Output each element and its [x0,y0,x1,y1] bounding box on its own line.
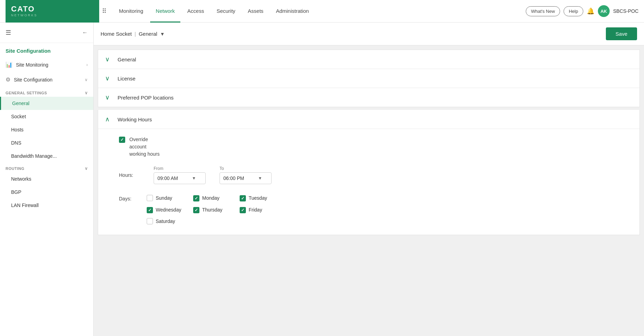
sunday-checkbox[interactable] [147,195,153,201]
content-body: ∨ General ∨ License ∨ Preferred POP loca… [94,45,644,239]
days-line-2: Wednesday Thursday Friday [147,206,278,213]
from-time-group: From 09:00 AM ▼ [154,166,206,184]
accordion-working-hours-toggle-icon: ∧ [105,115,112,123]
nav-monitoring[interactable]: Monitoring [113,0,149,23]
wednesday-label: Wednesday [156,207,181,213]
sidebar-leaf-bandwidth[interactable]: Bandwidth Manage... [0,149,93,163]
saturday-label: Saturday [156,218,175,224]
working-hours-content: Overrideaccountworking hours Hours: From… [98,129,639,235]
accordion-license-toggle-icon: ∨ [105,75,112,82]
breadcrumb-separator: | [135,31,136,37]
accordion-pop-header[interactable]: ∨ Preferred POP locations [98,88,639,107]
chevron-right-icon: › [86,62,88,67]
accordion-general: ∨ General ∨ License ∨ Preferred POP loca… [98,50,640,107]
from-time-select[interactable]: 09:00 AM ▼ [154,172,206,184]
site-monitoring-label: Site Monitoring [16,62,48,68]
breadcrumb-dropdown-icon[interactable]: ▼ [160,31,165,37]
nav-assets[interactable]: Assets [242,0,269,23]
day-monday: Monday [193,195,231,201]
accordion-general-header[interactable]: ∨ General [98,50,639,69]
accordion-general-toggle-icon: ∨ [105,55,112,63]
sidebar-header: ☰ ← [0,23,93,43]
hours-row: Hours: From 09:00 AM ▼ To [119,166,629,184]
help-button[interactable]: Help [564,6,583,16]
friday-label: Friday [249,207,262,213]
accordion-license-label: License [118,76,136,81]
from-label: From [154,166,206,171]
save-button[interactable]: Save [606,27,637,40]
to-time-value: 06:00 PM [223,175,244,181]
tuesday-checkbox[interactable] [240,195,246,201]
from-time-value: 09:00 AM [157,175,178,181]
content-header: Home Socket | General ▼ Save [94,23,644,45]
site-config-icon: ⚙ [6,76,10,83]
nav-right: What's New Help 🔔 AK SBCS-POC [526,5,638,17]
wednesday-checkbox[interactable] [147,207,153,213]
day-friday: Friday [240,206,278,213]
monday-checkbox[interactable] [193,195,199,201]
logo-text: CATO [11,5,37,13]
breadcrumb-section: General [139,31,157,37]
hamburger-icon[interactable]: ☰ [6,29,11,36]
friday-checkbox[interactable] [240,207,246,213]
accordion-working-hours-label: Working Hours [118,117,152,122]
monday-label: Monday [202,195,220,201]
thursday-label: Thursday [202,207,222,213]
general-settings-section[interactable]: GENERAL SETTINGS ∨ [0,87,93,97]
routing-section[interactable]: ROUTING ∨ [0,163,93,172]
notification-bell-icon[interactable]: 🔔 [587,7,594,15]
sidebar-leaf-bgp[interactable]: BGP [0,186,93,199]
sidebar-leaf-networks[interactable]: Networks [0,172,93,186]
grid-icon[interactable]: ⠿ [102,7,106,15]
days-line-1: Sunday Monday Tuesday [147,195,278,201]
override-label: Overrideaccountworking hours [129,136,160,158]
override-row: Overrideaccountworking hours [119,136,629,158]
site-monitoring-icon: 📊 [6,61,12,68]
main-content: Home Socket | General ▼ Save ∨ General ∨… [94,23,644,336]
breadcrumb-site: Home Socket [101,31,132,37]
saturday-checkbox[interactable] [147,218,153,224]
day-saturday: Saturday [147,218,185,224]
accordion-license-header[interactable]: ∨ License [98,69,639,88]
nav-security[interactable]: Security [211,0,241,23]
tuesday-label: Tuesday [249,195,267,201]
routing-chevron-icon: ∨ [85,166,88,171]
sidebar-item-site-configuration[interactable]: ⚙ Site Configuration ∨ [0,72,93,87]
to-time-select[interactable]: 06:00 PM ▼ [220,172,272,184]
sunday-label: Sunday [156,195,172,201]
day-wednesday: Wednesday [147,206,185,213]
hours-label: Hours: [119,172,140,178]
accordion-general-label: General [118,57,136,62]
body-wrapper: ☰ ← Site Configuration 📊 Site Monitoring… [0,23,644,336]
sidebar-leaf-lan-firewall[interactable]: LAN Firewall [0,199,93,212]
nav-network[interactable]: Network [150,0,180,23]
sidebar-item-site-monitoring[interactable]: 📊 Site Monitoring › [0,57,93,72]
avatar[interactable]: AK [598,5,610,17]
to-label: To [220,166,272,171]
accordion-pop-label: Preferred POP locations [118,95,173,101]
thursday-checkbox[interactable] [193,207,199,213]
back-arrow-icon[interactable]: ← [82,29,88,36]
sidebar-leaf-general[interactable]: General [0,97,93,110]
accordion-working-hours-header[interactable]: ∧ Working Hours [98,110,639,129]
day-sunday: Sunday [147,195,185,201]
sidebar-leaf-socket[interactable]: Socket [0,110,93,123]
nav-administration[interactable]: Administration [271,0,315,23]
override-checkbox[interactable] [119,137,125,143]
from-time-dropdown-icon: ▼ [192,176,196,181]
to-time-dropdown-icon: ▼ [258,176,262,181]
days-row: Days: Sunday [119,195,629,224]
sidebar-leaf-hosts[interactable]: Hosts [0,123,93,136]
general-settings-label: GENERAL SETTINGS [6,91,47,95]
whats-new-button[interactable]: What's New [526,6,560,16]
to-time-group: To 06:00 PM ▼ [220,166,272,184]
day-thursday: Thursday [193,206,231,213]
org-name: SBCS-POC [613,8,638,14]
sidebar-leaf-dns[interactable]: DNS [0,136,93,149]
breadcrumb: Home Socket | General ▼ [101,31,165,37]
days-label: Days: [119,195,140,201]
sidebar: ☰ ← Site Configuration 📊 Site Monitoring… [0,23,94,336]
routing-label: ROUTING [6,166,24,171]
top-navigation: CATO NETWORKS ⠿ Monitoring Network Acces… [0,0,644,23]
nav-access[interactable]: Access [182,0,209,23]
